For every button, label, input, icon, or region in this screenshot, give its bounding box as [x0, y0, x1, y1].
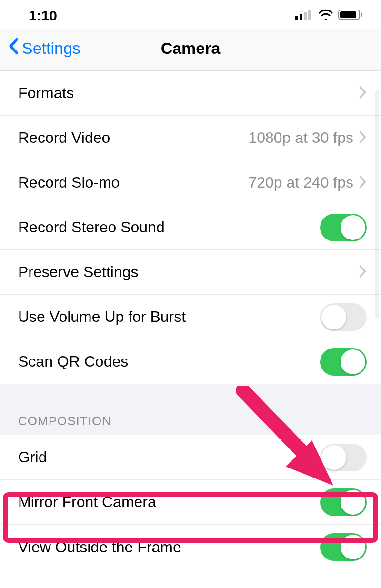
back-button[interactable]: Settings [9, 38, 80, 58]
svg-rect-1 [300, 14, 302, 20]
row-record-slomo[interactable]: Record Slo-mo 720p at 240 fps [0, 160, 381, 205]
row-view-outside-frame: View Outside the Frame [0, 525, 381, 569]
row-label: Scan QR Codes [18, 353, 128, 370]
row-label: Record Stereo Sound [18, 219, 165, 236]
row-label: Record Slo-mo [18, 174, 120, 191]
row-value: 1080p at 30 fps [248, 129, 353, 147]
row-label: View Outside the Frame [18, 538, 181, 556]
toggle-volume-burst[interactable] [320, 303, 367, 331]
scrollbar[interactable] [375, 90, 379, 319]
nav-header: Settings Camera [0, 29, 381, 71]
back-label: Settings [22, 39, 80, 58]
wifi-icon [318, 9, 333, 22]
row-scan-qr: Scan QR Codes [0, 339, 381, 384]
row-label: Grid [18, 448, 47, 466]
chevron-right-icon [359, 265, 367, 279]
row-label: Use Volume Up for Burst [18, 308, 186, 326]
chevron-right-icon [359, 176, 367, 190]
row-value: 720p at 240 fps [248, 174, 353, 191]
toggle-mirror-front-camera[interactable] [320, 488, 367, 516]
svg-rect-0 [295, 16, 298, 20]
row-label: Record Video [18, 129, 110, 147]
row-volume-burst: Use Volume Up for Burst [0, 295, 381, 339]
row-preserve-settings[interactable]: Preserve Settings [0, 250, 381, 295]
chevron-right-icon [359, 86, 367, 100]
toggle-scan-qr[interactable] [320, 348, 367, 376]
svg-rect-6 [361, 13, 362, 17]
svg-rect-5 [340, 11, 356, 18]
status-icons [295, 9, 364, 22]
chevron-left-icon [9, 38, 22, 58]
row-label: Mirror Front Camera [18, 493, 156, 511]
status-time: 1:10 [29, 8, 57, 24]
toggle-grid[interactable] [320, 444, 367, 471]
row-label: Preserve Settings [18, 263, 139, 281]
row-grid: Grid [0, 435, 381, 480]
cellular-signal-icon [295, 9, 313, 22]
section-header-composition: COMPOSITION [0, 384, 381, 435]
status-bar: 1:10 [0, 0, 381, 29]
chevron-right-icon [359, 131, 367, 145]
row-record-video[interactable]: Record Video 1080p at 30 fps [0, 116, 381, 160]
row-formats[interactable]: Formats [0, 71, 381, 116]
row-label: Formats [18, 84, 74, 102]
battery-icon [338, 9, 364, 22]
toggle-stereo-sound[interactable] [320, 214, 367, 241]
row-stereo-sound: Record Stereo Sound [0, 205, 381, 250]
row-mirror-front-camera: Mirror Front Camera [0, 480, 381, 525]
settings-list: Formats Record Video 1080p at 30 fps Rec… [0, 71, 381, 569]
svg-rect-2 [304, 12, 307, 20]
svg-rect-3 [308, 10, 311, 20]
toggle-view-outside-frame[interactable] [320, 533, 367, 561]
